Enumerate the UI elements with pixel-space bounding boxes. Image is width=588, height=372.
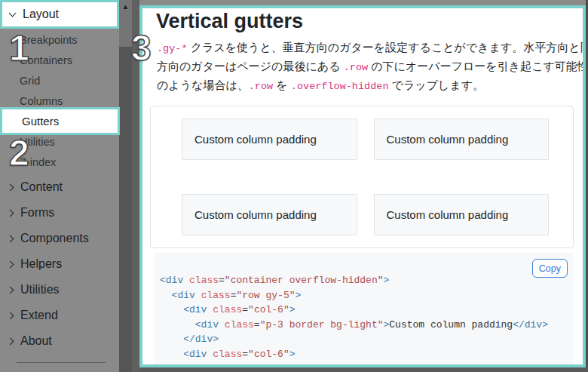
paragraph-line: .gy-* クラスを使うと、垂直方向のガターを設定することができます。水平方向と… xyxy=(157,38,572,57)
highlight-label: Layout xyxy=(23,8,59,21)
example-column-box: Custom column padding xyxy=(374,194,550,235)
copy-button[interactable]: Copy xyxy=(532,259,568,278)
code-line: <div class="p-3 border bg-light">Custom … xyxy=(160,318,574,333)
page-title: Vertical gutters xyxy=(156,10,583,33)
example-grid: Custom column padding Custom column padd… xyxy=(182,118,549,235)
code-line: <div class="container overflow-hidden"> xyxy=(160,273,574,288)
chevron-down-icon xyxy=(9,10,17,17)
code-block: Copy <div class="container overflow-hidd… xyxy=(155,253,574,367)
screen: Layout Breakpoints Containers Grid Colum… xyxy=(0,0,588,372)
highlight-label: Gutters xyxy=(22,115,59,128)
code-line: <div class="col-6"> xyxy=(160,347,574,362)
example-column-box: Custom column padding xyxy=(182,194,357,235)
example-column-box: Custom column padding xyxy=(374,118,550,160)
highlight-box-gutters[interactable]: Gutters xyxy=(0,107,120,135)
paragraph-line: のような場合は、.row を .overflow-hidden でラップします。 xyxy=(157,76,572,95)
code-lines: <div class="container overflow-hidden"> … xyxy=(160,273,574,367)
example-column-box: Custom column padding xyxy=(182,118,357,160)
annotation-number-2: 2 xyxy=(9,135,28,171)
highlight-box-layout[interactable]: Layout xyxy=(0,0,119,29)
code-line: <div class="p-3 border bg-light">Custom … xyxy=(160,361,574,367)
example-preview: Custom column padding Custom column padd… xyxy=(150,106,574,248)
code-line: <div class="row gy-5"> xyxy=(160,288,574,303)
main-content-panel: Vertical gutters .gy-* クラスを使うと、垂直方向のガターを… xyxy=(139,5,586,367)
annotation-number-1: 1 xyxy=(9,30,28,66)
code-line: <div class="col-6"> xyxy=(160,303,574,318)
intro-paragraph: .gy-* クラスを使うと、垂直方向のガターを設定することができます。水平方向と… xyxy=(157,38,572,95)
paragraph-line: 方向のガターはページの最後にある .row の下にオーバーフローを引き起こす可能… xyxy=(157,57,572,76)
code-line: </div> xyxy=(160,332,574,347)
annotation-number-3: 3 xyxy=(131,30,150,66)
